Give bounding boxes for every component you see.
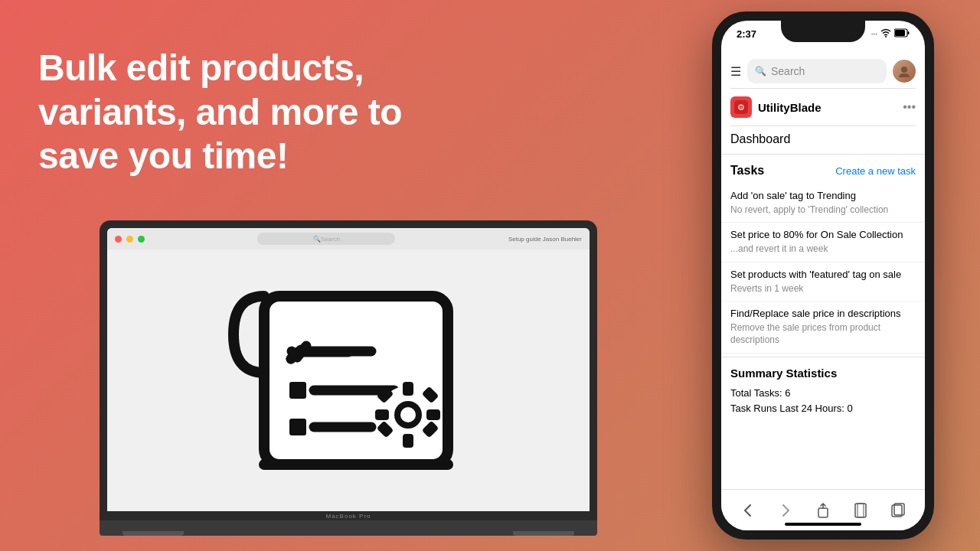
phone-time: 2:37: [737, 28, 756, 40]
address-bar-text: Search: [321, 236, 340, 243]
phone-search-row: ☰ 🔍 Search: [721, 54, 925, 88]
nav-bookmarks-icon[interactable]: [847, 497, 874, 524]
hamburger-menu-icon[interactable]: ☰: [730, 64, 741, 79]
search-placeholder: Search: [771, 65, 805, 77]
phone-home-indicator: [785, 523, 861, 526]
user-avatar[interactable]: [893, 60, 916, 83]
laptop-mockup: 🔍 Search Setup guide Jason Buehler: [100, 220, 597, 536]
svg-rect-29: [855, 504, 866, 517]
task-item-4[interactable]: Find/Replace sale price in descriptions …: [721, 302, 925, 353]
task-subtitle-4: Remove the sale prices from product desc…: [730, 322, 916, 346]
svg-text:⚙: ⚙: [737, 103, 745, 112]
app-name-label: UtilityBlade: [758, 101, 897, 114]
svg-point-21: [885, 36, 887, 37]
signal-icon: ···: [871, 30, 877, 38]
laptop-base: [100, 520, 597, 536]
task-item-3[interactable]: Set products with 'featured' tag on sale…: [721, 262, 925, 302]
nav-share-icon[interactable]: [809, 497, 837, 524]
laptop-hinge: MacBook Pro: [100, 511, 597, 520]
tasks-header: Tasks Create a new task: [721, 155, 925, 184]
svg-rect-24: [895, 30, 905, 36]
search-icon: 🔍: [755, 66, 766, 77]
browser-top-right: Setup guide Jason Buehler: [508, 236, 582, 243]
task-subtitle-3: Reverts in 1 week: [730, 283, 916, 295]
task-title-2: Set price to 80% for On Sale Collection: [730, 229, 916, 242]
phone-notch: [781, 21, 865, 42]
app-icon: ⚙: [730, 96, 752, 118]
browser-address-bar[interactable]: 🔍 Search: [257, 233, 395, 245]
task-subtitle-1: No revert, apply to 'Trending' collectio…: [730, 204, 916, 217]
tasks-label: Tasks: [730, 164, 764, 178]
phone-status-icons: ···: [871, 28, 910, 39]
laptop-screen: 🔍 Search Setup guide Jason Buehler: [107, 228, 590, 511]
search-input-box[interactable]: 🔍 Search: [747, 59, 887, 83]
main-product-icon: [218, 266, 479, 495]
svg-rect-28: [818, 508, 828, 517]
svg-rect-13: [403, 382, 413, 396]
create-task-link[interactable]: Create a new task: [835, 165, 916, 177]
task-title-3: Set products with 'featured' tag on sale: [730, 269, 916, 282]
window-minimize-dot: [126, 236, 133, 243]
summary-stat-2: Task Runs Last 24 Hours: 0: [730, 401, 916, 417]
dashboard-nav-item[interactable]: Dashboard: [721, 126, 925, 154]
app-header-row: ⚙ UtilityBlade •••: [721, 89, 925, 126]
laptop-foot-left: [122, 531, 184, 536]
svg-rect-15: [375, 409, 389, 420]
summary-title: Summary Statistics: [730, 367, 916, 380]
nav-back-icon[interactable]: [734, 497, 762, 524]
wifi-icon: [880, 28, 891, 39]
task-item-1[interactable]: Add 'on sale' tag to Trending No revert,…: [721, 184, 925, 223]
laptop-screen-bezel: 🔍 Search Setup guide Jason Buehler: [100, 220, 597, 511]
laptop-brand-label: MacBook Pro: [325, 513, 371, 520]
svg-rect-30: [858, 504, 864, 517]
task-title-4: Find/Replace sale price in descriptions: [730, 308, 916, 321]
window-maximize-dot: [138, 236, 145, 243]
battery-icon: [894, 28, 910, 39]
svg-rect-16: [426, 409, 440, 420]
laptop-foot-right: [513, 531, 574, 536]
window-close-dot: [115, 236, 122, 243]
phone-mockup: 2:37 ··· ☰ 🔍 Search: [712, 11, 934, 540]
nav-forward-icon[interactable]: [772, 497, 799, 524]
phone-screen: 2:37 ··· ☰ 🔍 Search: [721, 21, 925, 530]
browser-toolbar: 🔍 Search Setup guide Jason Buehler: [107, 228, 590, 249]
task-title-1: Add 'on sale' tag to Trending: [730, 190, 916, 203]
laptop-content-area: [218, 249, 479, 511]
summary-section: Summary Statistics Total Tasks: 6 Task R…: [721, 357, 925, 427]
nav-tabs-icon[interactable]: [884, 497, 912, 524]
hero-headline: Bulk edit products, variants, and more t…: [38, 46, 436, 178]
svg-rect-14: [403, 434, 413, 448]
task-subtitle-2: ...and revert it in a week: [730, 243, 916, 256]
summary-stat-1: Total Tasks: 6: [730, 386, 916, 402]
svg-rect-8: [289, 419, 306, 435]
svg-rect-23: [908, 31, 910, 34]
more-options-icon[interactable]: •••: [903, 100, 916, 114]
svg-point-12: [400, 407, 416, 422]
task-item-2[interactable]: Set price to 80% for On Sale Collection …: [721, 223, 925, 262]
svg-rect-6: [289, 382, 306, 399]
svg-point-25: [901, 67, 907, 73]
